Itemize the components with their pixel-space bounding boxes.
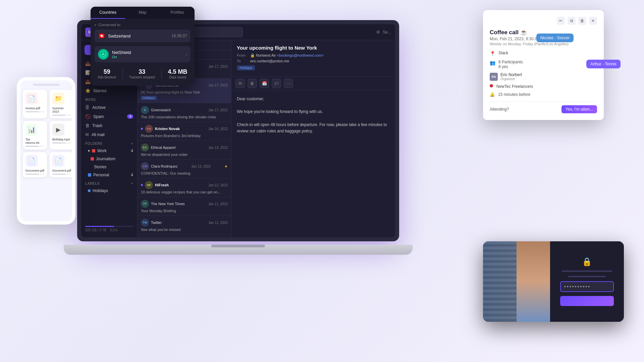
- phone-file-bar: [25, 111, 44, 112]
- email-item-4[interactable]: EA Ethical Apparel Jan 14, 2022 We've di…: [138, 141, 231, 160]
- vpn-tab-countries[interactable]: Countries: [91, 7, 125, 19]
- sender-7: The New York Times: [151, 202, 185, 206]
- participants-count: 8 Participants: [498, 60, 523, 64]
- vpn-country-row[interactable]: 🇨🇭 Switzerland 16:36:07: [95, 29, 191, 42]
- organizer-role: Organizer: [500, 77, 522, 81]
- phone-file-bar3: [25, 146, 44, 147]
- video-icon: ▶: [52, 124, 64, 136]
- lock-icon: 🔒: [582, 257, 592, 266]
- label-holidays[interactable]: Holidays: [81, 187, 137, 195]
- participants-yes: 8 yes: [498, 64, 523, 69]
- phone-file-tax-name: Tax returns.xls: [25, 138, 44, 144]
- sidebar-item-spam[interactable]: 🚫 Spam 4: [81, 112, 137, 121]
- phone-file-invoice-name: Invoice.pdf: [25, 107, 40, 110]
- phone-file-bar4: [52, 142, 71, 143]
- work-expand-icon: ▾: [88, 148, 90, 153]
- vpn-tabs: Countries Map Profiles: [91, 7, 195, 19]
- to-label: To: [237, 59, 246, 63]
- sender-4: Ethical Apparel: [151, 145, 175, 149]
- journalism-folder-icon: [91, 157, 94, 161]
- phone-file-doc2[interactable]: 📄 Document.pdf: [50, 152, 72, 177]
- spam-icon: 🚫: [85, 114, 91, 119]
- folders-add-icon[interactable]: +: [131, 142, 133, 145]
- storage-bar: 525 GB / 3 TB 5.0.6: [85, 226, 133, 232]
- netshield-row[interactable]: 🛡 NetShield On ›: [95, 46, 191, 62]
- delete-button[interactable]: 🗑: [248, 79, 257, 88]
- lock-unlock-button[interactable]: [560, 296, 614, 306]
- more-button[interactable]: ···: [284, 79, 293, 88]
- date-2: Jan 17, 2022: [208, 108, 228, 112]
- unread-dot-6: [141, 184, 143, 186]
- phone-file-doc1-name: Document.pdf: [25, 169, 44, 172]
- vpn-connected-label: Connected to:: [98, 23, 121, 27]
- vpn-tab-map[interactable]: Map: [125, 7, 160, 19]
- holidays-label: Holidays: [93, 188, 108, 193]
- attending-button[interactable]: Yes, I'm atten...: [561, 105, 597, 113]
- settings-icon[interactable]: ⚙: [376, 30, 380, 35]
- cal-participants-info: 8 Participants 8 yes: [498, 60, 523, 69]
- lock-password-input[interactable]: ••••••••••: [560, 281, 614, 292]
- close-button[interactable]: ✕: [589, 17, 597, 25]
- cal-group: NewTec Freelancers: [496, 84, 533, 89]
- avatar-g: G: [141, 106, 149, 114]
- date-5: Jan 13, 2022: [191, 165, 211, 168]
- sidebar-item-archive[interactable]: 🗄 Archive: [81, 103, 137, 112]
- phone-file-birthday-name: Birthday.mp4: [52, 138, 70, 141]
- calendar-button[interactable]: 📅: [260, 79, 269, 88]
- sidebar-item-trash[interactable]: 🗑 Trash: [81, 121, 137, 130]
- copy-button[interactable]: ⧉: [568, 17, 576, 25]
- labels-add-icon[interactable]: +: [131, 182, 133, 185]
- delete-cal-button[interactable]: 🗑: [578, 17, 586, 25]
- email-from-row: From 🔒 Nortwest Air <bookings@northwest.…: [237, 53, 390, 58]
- sidebar-item-allmail[interactable]: ✉ All mail: [81, 130, 137, 139]
- storage-fill: [85, 226, 114, 227]
- data-saved-label: Data saved: [168, 75, 187, 79]
- vpn-stats: 59 Ads blocked 33 Trackers stopped 4.5 M…: [95, 66, 191, 82]
- work-label: Work: [97, 148, 107, 153]
- email-item-8[interactable]: TW Twitter Jan 11, 2022 See what you've …: [138, 216, 231, 235]
- phone-file-invoice[interactable]: 📄 Invoice.pdf: [23, 90, 47, 118]
- phone-file-birthday[interactable]: ▶ Birthday.mp4: [50, 121, 72, 149]
- cal-location: Slack: [498, 51, 508, 55]
- email-item-5[interactable]: CN Clara Rodriquez Jan 13, 2022 ★ CONFID…: [138, 160, 231, 178]
- email-item-6[interactable]: HF HiFresh Jan 12, 2022 10 delicious veg…: [138, 178, 231, 197]
- vpn-tab-profiles[interactable]: Profiles: [160, 7, 195, 19]
- starred-label: Starred: [93, 88, 106, 93]
- netshield-icon: 🛡: [98, 49, 109, 60]
- cal-participants-row: 👥 8 Participants 8 yes: [490, 60, 597, 69]
- tablet-photo: [483, 241, 550, 322]
- edit-button[interactable]: ✏: [557, 17, 565, 25]
- folder-stories[interactable]: Stories: [81, 163, 137, 171]
- reply-button[interactable]: ✉: [235, 79, 245, 88]
- spam-label: Spam: [93, 114, 104, 119]
- phone-mockup: 📄 Invoice.pdf 📁 Summer 2023 📊 Tax return…: [17, 77, 75, 225]
- email-item-3[interactable]: KN Kristen Novak Jan 16, 2022 Pictures f…: [138, 122, 231, 141]
- avatar-tt: TT: [141, 200, 149, 208]
- calendar-toolbar: ✏ ⧉ 🗑 ✕: [490, 17, 597, 25]
- phone-file-tax[interactable]: 📊 Tax returns.xls: [23, 121, 47, 149]
- tag-button[interactable]: 🏷: [272, 79, 281, 88]
- sender-3: Kristen Novak: [155, 127, 180, 131]
- lock-icon-inline: 🔒: [250, 53, 255, 57]
- email-items: NS NewTec Solutions Jan 17, 2022 Re: Inv…: [138, 60, 231, 237]
- folders-label: FOLDERS: [85, 142, 102, 145]
- folder-personal[interactable]: Personal 4: [81, 171, 137, 179]
- email-item-9[interactable]: EA Ethical Apparel Jan 09, 2022 Your Ord…: [138, 235, 231, 237]
- subject-8: See what you've missed: [141, 228, 228, 232]
- sender-5: Clara Rodriquez: [151, 164, 177, 168]
- netshield-name: NetShield: [112, 50, 185, 55]
- email-item-7[interactable]: TT The New York Times Jan 11, 2022 Your …: [138, 197, 231, 216]
- vpn-chevron-icon: ▾: [95, 23, 96, 27]
- folder-work[interactable]: ▾ Work 4: [81, 147, 137, 155]
- phone-file-bar2: [52, 115, 71, 116]
- organizer-info: Eric Norbert Organizer: [500, 72, 522, 81]
- lock-bar-1: [562, 270, 612, 272]
- tag-holidays-1: Holidays: [141, 96, 157, 100]
- email-item-2[interactable]: G Greenwatch Jan 17, 2022 The 100 corpor…: [138, 103, 231, 122]
- sidebar-item-starred[interactable]: ⭐ Starred: [81, 86, 137, 95]
- avatar-ea: EA: [141, 143, 149, 152]
- phone-file-summer[interactable]: 📁 Summer 2023: [50, 90, 72, 118]
- email-tag: Holidays: [237, 65, 255, 70]
- phone-file-doc1[interactable]: 📄 Document.pdf: [23, 152, 47, 177]
- folder-journalism[interactable]: Journalism: [81, 155, 137, 163]
